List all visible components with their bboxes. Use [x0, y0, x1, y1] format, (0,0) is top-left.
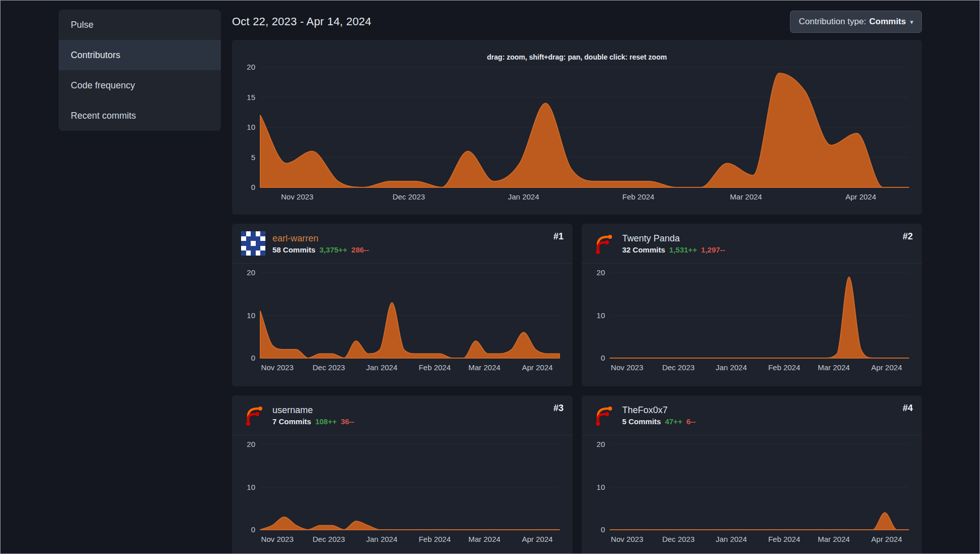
rank-badge: #1	[553, 231, 564, 242]
contributor-card-4: TheFox0x7 5 Commits 47++ 6-- #4 01020Nov…	[582, 395, 922, 554]
thefox0x7-commits-svg: 01020Nov 2023Dec 2023Jan 2024Feb 2024Mar…	[582, 435, 922, 554]
svg-text:20: 20	[247, 440, 255, 448]
avatar[interactable]	[241, 231, 265, 256]
area-series	[260, 73, 909, 187]
svg-text:10: 10	[247, 483, 255, 491]
contributors-page: Pulse Contributors Code frequency Recent…	[0, 0, 980, 554]
contributor-meta: username 7 Commits 108++ 36--	[272, 405, 354, 426]
page-header: Oct 22, 2023 - Apr 14, 2024 Contribution…	[232, 10, 922, 34]
svg-text:10: 10	[247, 311, 255, 320]
commit-count: 58 Commits	[272, 245, 315, 254]
rank-badge: #2	[903, 231, 913, 242]
sidebar-item-code-frequency[interactable]: Code frequency	[59, 70, 221, 100]
contributor-stats: 58 Commits 3,375++ 286--	[272, 245, 369, 254]
contributor-card-header: username 7 Commits 108++ 36-- #3	[232, 395, 573, 435]
rank-badge: #4	[903, 403, 913, 414]
commit-count: 5 Commits	[622, 417, 661, 426]
main-content: Oct 22, 2023 - Apr 14, 2024 Contribution…	[232, 10, 922, 553]
svg-text:Mar 2024: Mar 2024	[818, 363, 850, 372]
forgejo-logo-icon[interactable]	[591, 403, 615, 427]
svg-text:Mar 2024: Mar 2024	[469, 535, 500, 543]
contribution-type-value: Commits	[869, 17, 906, 27]
contributor-card-2: Twenty Panda 32 Commits 1,531++ 1,297-- …	[582, 224, 922, 386]
svg-text:Jan 2024: Jan 2024	[716, 535, 747, 543]
twenty-panda-commits-svg: 01020Nov 2023Dec 2023Jan 2024Feb 2024Mar…	[582, 264, 922, 386]
date-range-title: Oct 22, 2023 - Apr 14, 2024	[232, 15, 371, 28]
repo-activity-menu: Pulse Contributors Code frequency Recent…	[59, 10, 221, 131]
contributor-card-3: username 7 Commits 108++ 36-- #3 01020No…	[232, 395, 573, 554]
svg-text:Feb 2024: Feb 2024	[768, 535, 800, 543]
deletions-count: 6--	[686, 417, 695, 426]
deletions-count: 1,297--	[701, 245, 725, 254]
sidebar-item-contributors[interactable]: Contributors	[59, 40, 221, 70]
area-series	[610, 277, 909, 359]
contributor-chart[interactable]: 01020Nov 2023Dec 2023Jan 2024Feb 2024Mar…	[232, 264, 573, 386]
contributor-card-header: Twenty Panda 32 Commits 1,531++ 1,297-- …	[582, 224, 922, 264]
svg-text:Dec 2023: Dec 2023	[662, 535, 694, 543]
svg-text:5: 5	[251, 153, 255, 162]
contributor-stats: 5 Commits 47++ 6--	[622, 417, 695, 426]
contributor-card-header: TheFox0x7 5 Commits 47++ 6-- #4	[582, 395, 922, 435]
contributor-name[interactable]: earl-warren	[272, 233, 369, 244]
svg-text:Apr 2024: Apr 2024	[871, 363, 902, 372]
contributor-meta: earl-warren 58 Commits 3,375++ 286--	[272, 233, 369, 254]
contributor-name[interactable]: TheFox0x7	[622, 405, 695, 416]
contributor-chart[interactable]: 01020Nov 2023Dec 2023Jan 2024Feb 2024Mar…	[582, 435, 922, 554]
contributor-stats: 32 Commits 1,531++ 1,297--	[622, 245, 725, 254]
contribution-type-label: Contribution type:	[799, 17, 866, 27]
contributor-name[interactable]: Twenty Panda	[622, 233, 725, 244]
svg-text:Apr 2024: Apr 2024	[871, 535, 902, 543]
svg-text:10: 10	[596, 311, 605, 320]
svg-text:Feb 2024: Feb 2024	[622, 192, 654, 201]
contribution-type-dropdown[interactable]: Contribution type: Commits ▾	[790, 11, 922, 33]
area-series	[260, 517, 559, 530]
svg-text:Dec 2023: Dec 2023	[312, 363, 345, 372]
contributor-meta: TheFox0x7 5 Commits 47++ 6--	[622, 405, 695, 426]
contributor-chart[interactable]: 01020Nov 2023Dec 2023Jan 2024Feb 2024Mar…	[232, 435, 573, 554]
svg-text:Mar 2024: Mar 2024	[730, 192, 762, 201]
forgejo-logo-icon[interactable]	[241, 403, 265, 427]
contributor-cards-grid: earl-warren 58 Commits 3,375++ 286-- #1 …	[232, 224, 922, 554]
svg-text:0: 0	[601, 525, 605, 534]
chart-zoom-hint: drag: zoom, shift+drag: pan, double clic…	[232, 40, 922, 62]
svg-text:0: 0	[251, 525, 255, 534]
overall-contributions-svg: 05101520Nov 2023Dec 2023Jan 2024Feb 2024…	[232, 62, 922, 215]
svg-text:Apr 2024: Apr 2024	[522, 535, 553, 543]
commit-count: 7 Commits	[272, 417, 311, 426]
additions-count: 108++	[315, 417, 337, 426]
contributor-card-header: earl-warren 58 Commits 3,375++ 286-- #1	[232, 224, 573, 264]
commit-count: 32 Commits	[622, 245, 665, 254]
svg-text:Nov 2023: Nov 2023	[261, 363, 294, 372]
svg-text:Dec 2023: Dec 2023	[662, 363, 694, 372]
svg-text:10: 10	[596, 483, 605, 491]
svg-text:Mar 2024: Mar 2024	[469, 363, 500, 372]
svg-text:Jan 2024: Jan 2024	[508, 192, 539, 201]
chevron-down-icon: ▾	[910, 18, 913, 26]
forgejo-logo-icon[interactable]	[591, 231, 615, 256]
svg-text:Feb 2024: Feb 2024	[418, 363, 450, 372]
sidebar-item-pulse[interactable]: Pulse	[59, 10, 221, 40]
svg-text:Jan 2024: Jan 2024	[716, 363, 747, 372]
svg-text:20: 20	[596, 268, 605, 277]
earl-warren-commits-svg: 01020Nov 2023Dec 2023Jan 2024Feb 2024Mar…	[232, 264, 573, 386]
sidebar-item-recent-commits[interactable]: Recent commits	[59, 100, 221, 131]
contributor-name[interactable]: username	[272, 405, 354, 416]
contributor-chart[interactable]: 01020Nov 2023Dec 2023Jan 2024Feb 2024Mar…	[582, 264, 922, 386]
svg-text:20: 20	[247, 268, 255, 277]
overall-contributions-panel: drag: zoom, shift+drag: pan, double clic…	[232, 40, 922, 215]
svg-text:10: 10	[247, 123, 255, 131]
additions-count: 3,375++	[319, 245, 347, 254]
svg-text:Feb 2024: Feb 2024	[768, 363, 800, 372]
contributor-card-1: earl-warren 58 Commits 3,375++ 286-- #1 …	[232, 224, 573, 386]
sidebar: Pulse Contributors Code frequency Recent…	[59, 10, 221, 553]
svg-text:20: 20	[247, 63, 255, 71]
svg-text:0: 0	[251, 354, 255, 362]
overall-contributions-chart[interactable]: 05101520Nov 2023Dec 2023Jan 2024Feb 2024…	[232, 62, 922, 215]
additions-count: 1,531++	[669, 245, 697, 254]
username-commits-svg: 01020Nov 2023Dec 2023Jan 2024Feb 2024Mar…	[232, 435, 573, 554]
deletions-count: 36--	[341, 417, 354, 426]
svg-text:Nov 2023: Nov 2023	[611, 535, 643, 543]
area-series	[610, 513, 909, 530]
svg-text:Mar 2024: Mar 2024	[818, 535, 850, 543]
svg-text:Dec 2023: Dec 2023	[393, 192, 425, 201]
